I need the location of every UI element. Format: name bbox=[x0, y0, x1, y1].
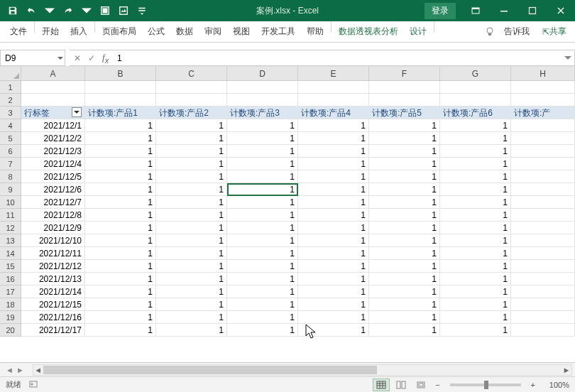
cell-A15[interactable]: 2021/12/12 bbox=[21, 260, 85, 273]
sheet-nav-prev[interactable]: ◄ bbox=[6, 366, 13, 374]
col-header-F[interactable]: F bbox=[369, 67, 440, 81]
pivot-row-label-header[interactable]: 行标签 bbox=[21, 107, 85, 119]
cell-D20[interactable]: 1 bbox=[227, 324, 298, 337]
pivot-col-header-5[interactable]: 计数项:产品5 bbox=[369, 107, 440, 119]
cell-F16[interactable]: 1 bbox=[369, 273, 440, 285]
cell-D2[interactable] bbox=[227, 94, 298, 107]
cell-B9[interactable]: 1 bbox=[85, 183, 156, 196]
pivot-col-header-7[interactable]: 计数项:产 bbox=[511, 107, 575, 119]
col-header-A[interactable]: A bbox=[21, 67, 85, 81]
cell-C11[interactable]: 1 bbox=[156, 209, 227, 222]
cell-B15[interactable]: 1 bbox=[85, 260, 156, 273]
zoom-percent[interactable]: 100% bbox=[541, 381, 569, 389]
sheet-nav-next[interactable]: ► bbox=[16, 366, 24, 374]
cell-H11[interactable] bbox=[511, 209, 575, 222]
cell-A4[interactable]: 2021/12/1 bbox=[21, 119, 85, 132]
cell-G14[interactable]: 1 bbox=[440, 247, 511, 260]
cell-F20[interactable]: 1 bbox=[369, 324, 440, 337]
cell-H2[interactable] bbox=[511, 94, 575, 107]
cell-F9[interactable]: 1 bbox=[369, 183, 440, 196]
cell-D8[interactable]: 1 bbox=[227, 170, 298, 183]
cell-F1[interactable] bbox=[369, 81, 440, 94]
cell-E10[interactable]: 1 bbox=[298, 196, 369, 209]
name-box-input[interactable] bbox=[5, 53, 48, 63]
qat-custom2-button[interactable] bbox=[115, 2, 132, 19]
cell-C5[interactable]: 1 bbox=[156, 132, 227, 145]
cell-C6[interactable]: 1 bbox=[156, 145, 227, 158]
tab-0[interactable]: 文件 bbox=[4, 21, 33, 43]
cell-A9[interactable]: 2021/12/6 bbox=[21, 183, 85, 196]
row-header-9[interactable]: 9 bbox=[0, 183, 21, 196]
row-header-1[interactable]: 1 bbox=[0, 81, 21, 94]
cell-F10[interactable]: 1 bbox=[369, 196, 440, 209]
zoom-in-button[interactable]: + bbox=[528, 381, 538, 389]
cell-C7[interactable]: 1 bbox=[156, 158, 227, 170]
cell-H17[interactable] bbox=[511, 285, 575, 298]
cell-E5[interactable]: 1 bbox=[298, 132, 369, 145]
pivot-col-header-3[interactable]: 计数项:产品3 bbox=[227, 107, 298, 119]
tab-9[interactable]: 帮助 bbox=[301, 21, 329, 43]
tab-4[interactable]: 公式 bbox=[142, 21, 170, 43]
view-normal-button[interactable] bbox=[373, 379, 390, 391]
cell-A18[interactable]: 2021/12/15 bbox=[21, 298, 85, 311]
cell-H9[interactable] bbox=[511, 183, 575, 196]
row-header-3[interactable]: 3 bbox=[0, 107, 21, 119]
cell-F15[interactable]: 1 bbox=[369, 260, 440, 273]
cell-H7[interactable] bbox=[511, 158, 575, 170]
row-header-8[interactable]: 8 bbox=[0, 170, 21, 183]
cell-A14[interactable]: 2021/12/11 bbox=[21, 247, 85, 260]
cell-B17[interactable]: 1 bbox=[85, 285, 156, 298]
row-header-5[interactable]: 5 bbox=[0, 132, 21, 145]
fx-icon[interactable]: fx bbox=[102, 52, 109, 65]
row-header-17[interactable]: 17 bbox=[0, 285, 21, 298]
enter-formula-button[interactable]: ✓ bbox=[88, 53, 95, 63]
view-page-break-button[interactable] bbox=[412, 379, 429, 391]
cell-H13[interactable] bbox=[511, 234, 575, 247]
save-button[interactable] bbox=[4, 2, 21, 19]
cell-B13[interactable]: 1 bbox=[85, 234, 156, 247]
zoom-slider[interactable] bbox=[450, 383, 521, 386]
pivot-col-header-1[interactable]: 计数项:产品1 bbox=[85, 107, 156, 119]
cell-E19[interactable]: 1 bbox=[298, 311, 369, 324]
cell-C9[interactable]: 1 bbox=[156, 183, 227, 196]
cell-F5[interactable]: 1 bbox=[369, 132, 440, 145]
cell-E14[interactable]: 1 bbox=[298, 247, 369, 260]
name-box[interactable] bbox=[0, 50, 65, 66]
cell-B19[interactable]: 1 bbox=[85, 311, 156, 324]
cell-E1[interactable] bbox=[298, 81, 369, 94]
row-header-4[interactable]: 4 bbox=[0, 119, 21, 132]
pivot-col-header-6[interactable]: 计数项:产品6 bbox=[440, 107, 511, 119]
cell-B7[interactable]: 1 bbox=[85, 158, 156, 170]
redo-dropdown[interactable] bbox=[78, 2, 95, 19]
zoom-out-button[interactable]: − bbox=[432, 381, 442, 389]
cell-D1[interactable] bbox=[227, 81, 298, 94]
cell-H16[interactable] bbox=[511, 273, 575, 285]
col-header-H[interactable]: H bbox=[511, 67, 575, 81]
cell-D15[interactable]: 1 bbox=[227, 260, 298, 273]
pivot-col-header-2[interactable]: 计数项:产品2 bbox=[156, 107, 227, 119]
cell-F18[interactable]: 1 bbox=[369, 298, 440, 311]
cell-F19[interactable]: 1 bbox=[369, 311, 440, 324]
cell-D11[interactable]: 1 bbox=[227, 209, 298, 222]
cell-B16[interactable]: 1 bbox=[85, 273, 156, 285]
cell-C19[interactable]: 1 bbox=[156, 311, 227, 324]
tab-10[interactable]: 数据透视表分析 bbox=[333, 21, 404, 43]
cell-D14[interactable]: 1 bbox=[227, 247, 298, 260]
cell-C13[interactable]: 1 bbox=[156, 234, 227, 247]
row-header-20[interactable]: 20 bbox=[0, 324, 21, 337]
cell-H6[interactable] bbox=[511, 145, 575, 158]
cell-D5[interactable]: 1 bbox=[227, 132, 298, 145]
undo-dropdown[interactable] bbox=[41, 2, 58, 19]
view-page-layout-button[interactable] bbox=[393, 379, 410, 391]
cell-G10[interactable]: 1 bbox=[440, 196, 511, 209]
cell-A2[interactable] bbox=[21, 94, 85, 107]
cell-G8[interactable]: 1 bbox=[440, 170, 511, 183]
row-header-6[interactable]: 6 bbox=[0, 145, 21, 158]
col-header-E[interactable]: E bbox=[298, 67, 369, 81]
cell-G12[interactable]: 1 bbox=[440, 222, 511, 234]
maximize-button[interactable] bbox=[518, 0, 547, 21]
cell-F17[interactable]: 1 bbox=[369, 285, 440, 298]
hscrollbar[interactable]: ◄ ► bbox=[33, 364, 572, 376]
cell-H12[interactable] bbox=[511, 222, 575, 234]
row-header-10[interactable]: 10 bbox=[0, 196, 21, 209]
